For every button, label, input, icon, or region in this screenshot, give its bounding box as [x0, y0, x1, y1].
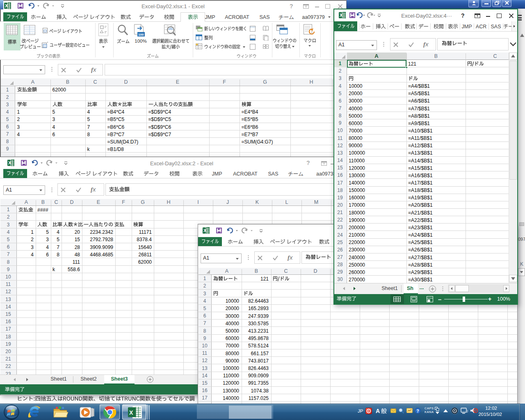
svg-text:X: X	[340, 13, 343, 18]
svg-text:X: X	[8, 160, 11, 165]
svg-text:X: X	[129, 409, 133, 416]
svg-text:?: ?	[417, 409, 419, 413]
svg-text:X: X	[203, 228, 207, 233]
svg-text:X: X	[5, 3, 8, 8]
svg-text:100: 100	[138, 33, 144, 37]
